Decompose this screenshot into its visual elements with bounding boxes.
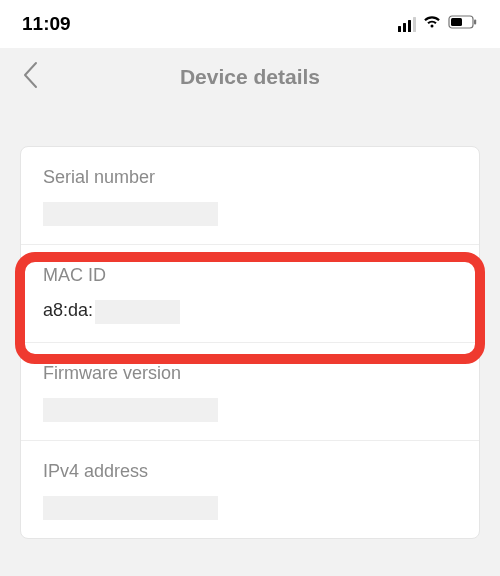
firmware-version-value-redacted (43, 398, 218, 422)
content-area: Serial number MAC ID a8:da: Firmware ver… (0, 106, 500, 539)
svg-rect-1 (451, 18, 462, 26)
mac-id-label: MAC ID (43, 265, 457, 286)
details-card: Serial number MAC ID a8:da: Firmware ver… (20, 146, 480, 539)
mac-id-value: a8:da: (43, 300, 93, 321)
row-firmware-version: Firmware version (21, 343, 479, 441)
status-bar: 11:09 (0, 0, 500, 48)
back-button[interactable] (22, 61, 38, 93)
mac-id-value-redacted (95, 300, 180, 324)
serial-number-value-redacted (43, 202, 218, 226)
ipv4-address-label: IPv4 address (43, 461, 457, 482)
serial-number-label: Serial number (43, 167, 457, 188)
wifi-icon (422, 15, 442, 33)
page-title: Device details (180, 65, 320, 89)
cellular-icon (398, 17, 416, 32)
svg-rect-2 (474, 20, 476, 25)
firmware-version-label: Firmware version (43, 363, 457, 384)
row-mac-id: MAC ID a8:da: (21, 245, 479, 343)
row-serial-number: Serial number (21, 147, 479, 245)
battery-icon (448, 15, 478, 33)
nav-header: Device details (0, 48, 500, 106)
ipv4-address-value-redacted (43, 496, 218, 520)
row-ipv4-address: IPv4 address (21, 441, 479, 538)
status-indicators (398, 15, 478, 33)
status-time: 11:09 (22, 13, 71, 35)
